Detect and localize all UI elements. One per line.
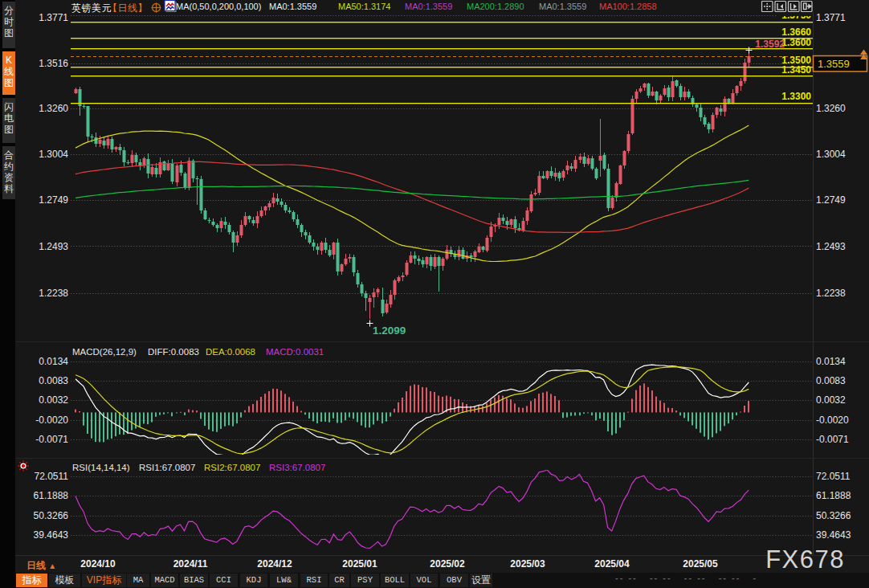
svg-text:39.4643: 39.4643 — [816, 529, 851, 541]
svg-text:1.2238: 1.2238 — [816, 288, 846, 299]
svg-text:1.3450: 1.3450 — [781, 64, 811, 76]
svg-text:1.2749: 1.2749 — [816, 194, 846, 206]
svg-text:0.0134: 0.0134 — [39, 356, 68, 367]
svg-text:1.3600: 1.3600 — [781, 37, 811, 48]
svg-text:0.0083: 0.0083 — [39, 375, 68, 386]
svg-text:50.3266: 50.3266 — [34, 510, 69, 521]
svg-text:1.3516: 1.3516 — [39, 58, 68, 69]
svg-text:-0.0020: -0.0020 — [816, 414, 849, 426]
svg-text:0.0083: 0.0083 — [816, 375, 846, 386]
svg-text:1.3660: 1.3660 — [781, 27, 811, 38]
svg-text:72.0511: 72.0511 — [35, 471, 69, 482]
svg-text:1.2749: 1.2749 — [39, 194, 68, 206]
svg-text:61.1888: 61.1888 — [816, 490, 851, 501]
svg-text:61.1888: 61.1888 — [34, 490, 69, 501]
svg-text:-0.0020: -0.0020 — [35, 414, 68, 426]
svg-text:1.2493: 1.2493 — [816, 241, 846, 252]
svg-text:1.3004: 1.3004 — [816, 149, 846, 160]
svg-text:50.3266: 50.3266 — [816, 510, 851, 521]
svg-text:1.2238: 1.2238 — [39, 288, 68, 299]
svg-text:-0.0071: -0.0071 — [35, 434, 68, 445]
svg-text:1.3004: 1.3004 — [39, 149, 68, 160]
svg-text:1.3771: 1.3771 — [39, 12, 68, 23]
svg-text:1.2099: 1.2099 — [373, 325, 406, 337]
svg-text:-0.0071: -0.0071 — [816, 434, 849, 445]
svg-text:1.3771: 1.3771 — [816, 12, 846, 23]
svg-text:0.0032: 0.0032 — [39, 394, 68, 406]
svg-text:1.3260: 1.3260 — [39, 103, 68, 114]
svg-text:1.3260: 1.3260 — [816, 103, 846, 114]
svg-text:1.3592: 1.3592 — [755, 39, 785, 50]
svg-text:1.3300: 1.3300 — [781, 91, 811, 102]
svg-text:39.4643: 39.4643 — [34, 529, 69, 541]
svg-text:0.0032: 0.0032 — [816, 394, 846, 406]
svg-text:1.2493: 1.2493 — [39, 241, 68, 252]
svg-text:72.0511: 72.0511 — [816, 471, 851, 482]
svg-text:1.3559: 1.3559 — [818, 58, 850, 70]
svg-text:0.0134: 0.0134 — [816, 356, 846, 367]
